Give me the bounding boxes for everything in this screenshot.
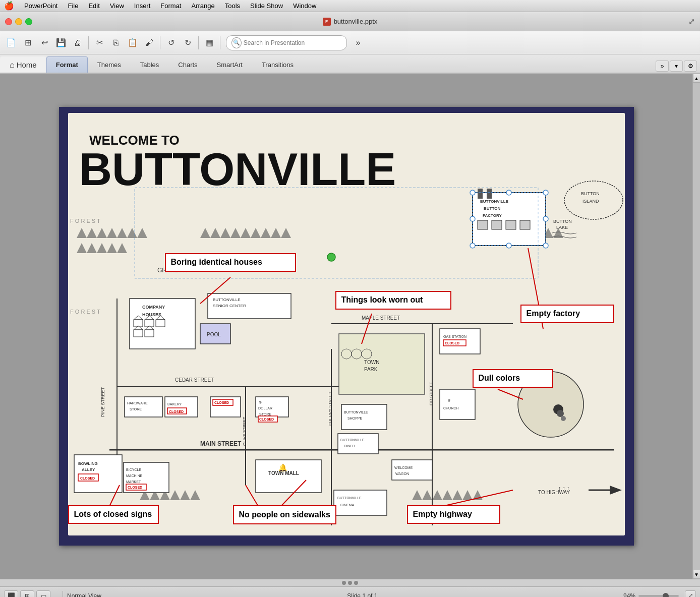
slide-panel: WELCOME TO BUTTONVILLE F O R E S T F O R… [0,74,692,579]
toolbar-more-button[interactable]: » [350,35,366,51]
svg-text:F O R E S T: F O R E S T [70,218,100,224]
tab-charts[interactable]: Charts [168,56,207,73]
redo-button[interactable]: ↻ [180,35,196,51]
svg-point-166 [543,243,548,248]
svg-text:BOWLING: BOWLING [78,461,98,466]
svg-text:CLOSED: CLOSED [445,341,459,345]
svg-rect-126 [392,460,432,480]
slide-sorter-button[interactable]: ⊞ [20,590,34,598]
tab-tables-label: Tables [140,61,159,69]
menu-window[interactable]: Window [289,1,320,11]
svg-text:HARDWARE: HARDWARE [127,401,148,405]
svg-text:ALLEY: ALLEY [82,467,95,472]
expand-icon[interactable]: ⤢ [688,17,695,26]
annotation-no-people[interactable]: No people on sidewalks [233,505,336,524]
minimize-button[interactable] [15,18,22,25]
svg-text:DINER: DINER [344,444,355,448]
svg-text:CLOSED: CLOSED [169,410,184,413]
menu-file[interactable]: File [64,1,82,11]
maximize-button[interactable] [25,18,32,25]
svg-text:PARK: PARK [364,367,378,372]
ribbon-settings-button[interactable]: ⚙ [684,61,697,72]
search-input[interactable] [244,39,341,46]
zoom-percent: 94% [623,592,635,598]
tab-themes[interactable]: Themes [88,56,131,73]
search-bar[interactable]: 🔍 [226,35,347,50]
svg-text:CLOSED: CLOSED [128,486,142,489]
fullscreen-button[interactable]: ⤢ [685,590,696,598]
copy-button[interactable]: ⎘ [108,35,124,51]
menu-format[interactable]: Format [156,1,185,11]
cut-button[interactable]: ✂ [91,35,107,51]
annotation-empty-factory[interactable]: Empty factory [520,305,614,323]
tab-smartart-label: SmartArt [217,61,243,69]
ribbon-more-button[interactable]: » [656,61,669,72]
menu-bar: 🍎 PowerPoint File Edit View Insert Forma… [0,0,700,12]
annotation-empty-highway[interactable]: Empty highway [407,505,500,524]
ribbon-collapse-button[interactable]: ▾ [670,61,683,72]
tab-format[interactable]: Format [46,56,88,73]
svg-point-162 [470,216,475,221]
close-button[interactable] [5,18,12,25]
svg-text:HOUSES: HOUSES [142,312,161,317]
scroll-bottom [0,579,700,586]
svg-rect-120 [256,460,321,493]
annotation-closed-signs[interactable]: Lots of closed signs [68,505,159,524]
menu-tools[interactable]: Tools [221,1,244,11]
menu-insert[interactable]: Insert [130,1,155,11]
grid-view-button[interactable]: ⊞ [20,35,36,51]
svg-point-163 [543,216,548,221]
tab-smartart[interactable]: SmartArt [207,56,252,73]
svg-text:WAGON: WAGON [395,472,409,475]
zoom-thumb[interactable] [663,593,669,598]
tab-transitions[interactable]: Transitions [252,56,303,73]
svg-text:STORE: STORE [130,407,142,411]
file-name: buttonville.pptx [334,18,378,25]
svg-point-161 [543,190,548,195]
tab-tables[interactable]: Tables [131,56,169,73]
svg-rect-80 [339,334,425,394]
svg-text:BICYCLE: BICYCLE [126,468,141,471]
svg-text:$: $ [259,400,262,404]
sep4 [220,36,220,49]
undo-button[interactable]: ↺ [163,35,179,51]
map-image: WELCOME TO BUTTONVILLE F O R E S T F O R… [59,107,634,546]
annotation-dull-colors[interactable]: Dull colors [473,369,553,388]
apple-menu[interactable]: 🍎 [4,1,14,11]
svg-text:BUTTON: BUTTON [581,191,600,196]
normal-view-button[interactable]: ⬛ [4,590,18,598]
svg-text:SHOPPE: SHOPPE [347,416,363,420]
back-button[interactable]: ↩ [36,35,52,51]
scroll-up-button[interactable]: ▲ [693,74,701,83]
scroll-track[interactable] [693,83,701,570]
window-title: P buttonville.pptx [323,18,378,26]
new-button[interactable]: 📄 [3,35,19,51]
svg-text:CLOSED: CLOSED [80,476,95,480]
menu-edit[interactable]: Edit [84,1,103,11]
menu-arrange[interactable]: Arrange [187,1,218,11]
sep2 [160,36,160,49]
svg-point-153 [561,416,566,421]
presenter-view-button[interactable]: ▭ [36,590,50,598]
annotation-boring-houses[interactable]: Boring identical houses [165,253,296,272]
svg-rect-123 [334,490,387,515]
scroll-dot-2 [348,581,352,585]
ribbon: ⌂ Home Format Themes Tables Charts Smart… [0,54,700,74]
svg-rect-140 [492,220,502,229]
print-button[interactable]: 🖨 [70,35,86,51]
paste-button[interactable]: 📋 [125,35,141,51]
format-brush-button[interactable]: 🖌 [141,35,157,51]
search-icon: 🔍 [231,37,242,48]
menu-powerpoint[interactable]: PowerPoint [20,1,62,11]
menu-slideshow[interactable]: Slide Show [246,1,287,11]
save-button[interactable]: 💾 [53,35,69,51]
scroll-down-button[interactable]: ▼ [693,570,701,579]
view-button[interactable]: ▦ [201,35,217,51]
svg-text:CLOSED: CLOSED [259,417,274,421]
menu-view[interactable]: View [106,1,128,11]
svg-text:BUTTON: BUTTON [484,206,500,211]
zoom-slider[interactable] [638,595,679,597]
toolbar-group-view: ▦ [201,35,217,51]
tab-home[interactable]: ⌂ Home [0,56,46,73]
annotation-things-worn-out[interactable]: Things look worn out [335,291,451,310]
